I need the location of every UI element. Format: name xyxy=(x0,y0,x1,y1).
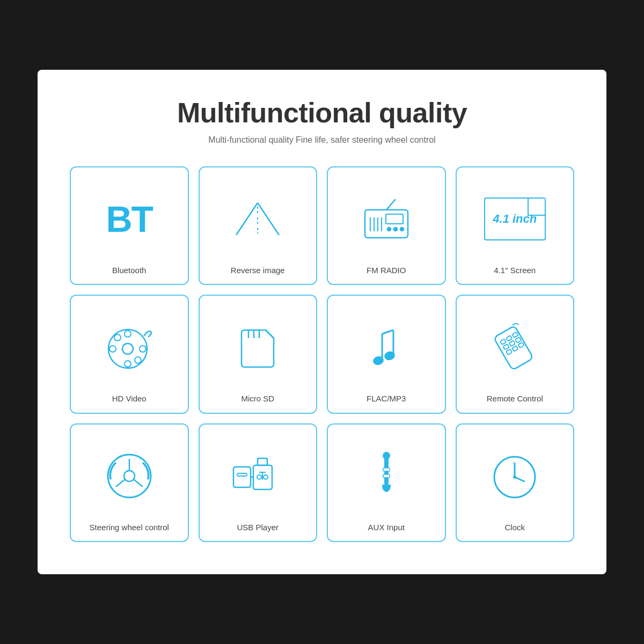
flac-mp3-icon xyxy=(333,306,440,388)
svg-point-21 xyxy=(114,334,121,341)
clock-label: Clock xyxy=(504,522,525,533)
feature-card-remote: Remote Control xyxy=(456,295,575,414)
svg-rect-50 xyxy=(383,468,390,471)
svg-rect-32 xyxy=(513,332,518,338)
svg-point-19 xyxy=(109,346,116,352)
svg-point-14 xyxy=(400,228,404,231)
feature-card-aux: AUX Input xyxy=(327,423,446,543)
svg-rect-37 xyxy=(512,346,518,352)
fm-radio-label: FM RADIO xyxy=(367,265,406,276)
micro-sd-icon xyxy=(205,306,311,388)
remote-control-label: Remote Control xyxy=(487,393,543,404)
feature-card-usb: USB Player xyxy=(199,423,318,543)
svg-rect-38 xyxy=(518,342,524,348)
svg-point-18 xyxy=(125,361,131,367)
fm-radio-icon xyxy=(333,178,440,260)
svg-line-1 xyxy=(258,203,279,235)
svg-rect-29 xyxy=(494,326,533,370)
bluetooth-label: Bluetooth xyxy=(112,265,146,276)
feature-card-clock: Clock xyxy=(456,423,575,543)
svg-point-44 xyxy=(264,475,268,479)
aux-input-label: AUX Input xyxy=(368,522,405,533)
reverse-image-label: Reverse image xyxy=(231,265,285,276)
usb-player-label: USB Player xyxy=(237,522,279,533)
svg-line-23 xyxy=(266,330,274,338)
screen-icon: 4.1 inch xyxy=(462,178,568,260)
hd-video-label: HD Video xyxy=(112,393,147,404)
features-grid: BT Bluetooth Reverse image xyxy=(70,166,574,543)
svg-rect-35 xyxy=(515,337,521,343)
bluetooth-icon: BT xyxy=(76,178,182,260)
svg-rect-33 xyxy=(503,344,509,350)
feature-card-screen: 4.1 inch 4.1″ Screen xyxy=(456,166,575,286)
header: Multifunctional quality Multi-functional… xyxy=(70,97,574,145)
svg-rect-31 xyxy=(506,335,512,341)
svg-point-15 xyxy=(108,330,147,368)
screen-text: 4.1 inch xyxy=(493,212,537,226)
feature-card-hd-video: HD Video xyxy=(70,295,189,414)
flac-mp3-label: FLAC/MP3 xyxy=(367,393,406,404)
svg-point-16 xyxy=(122,343,133,354)
svg-rect-45 xyxy=(233,467,251,487)
svg-line-5 xyxy=(386,199,396,210)
steering-wheel-icon xyxy=(76,435,182,517)
svg-point-40 xyxy=(124,471,135,481)
micro-sd-label: Micro SD xyxy=(241,393,274,404)
steering-wheel-label: Steering wheel control xyxy=(90,522,169,533)
svg-point-56 xyxy=(513,475,516,479)
feature-card-steering: Steering wheel control xyxy=(70,423,189,543)
feature-card-micro-sd: Micro SD xyxy=(199,295,318,414)
svg-rect-42 xyxy=(258,458,267,465)
usb-player-icon xyxy=(205,435,311,517)
clock-icon xyxy=(462,435,568,517)
main-title: Multifunctional quality xyxy=(70,97,574,129)
svg-line-0 xyxy=(236,203,258,235)
svg-rect-11 xyxy=(386,214,403,224)
svg-rect-51 xyxy=(383,474,390,478)
svg-point-20 xyxy=(140,346,146,352)
svg-point-17 xyxy=(125,331,131,337)
reverse-image-icon xyxy=(205,178,311,260)
svg-rect-46 xyxy=(237,473,247,476)
svg-rect-36 xyxy=(506,349,512,355)
svg-point-22 xyxy=(135,357,141,363)
svg-point-43 xyxy=(257,475,261,479)
feature-card-fm-radio: FM RADIO xyxy=(327,166,446,286)
svg-point-13 xyxy=(394,228,397,231)
aux-input-icon xyxy=(333,435,440,517)
feature-card-flac-mp3: FLAC/MP3 xyxy=(327,295,446,414)
hd-video-icon xyxy=(76,306,182,388)
svg-rect-30 xyxy=(500,339,506,345)
screen-label: 4.1″ Screen xyxy=(494,265,536,276)
svg-point-12 xyxy=(387,228,391,231)
feature-card-bluetooth: BT Bluetooth xyxy=(70,166,189,286)
subtitle: Multi-functional quality Fine life, safe… xyxy=(70,135,574,145)
svg-rect-34 xyxy=(509,341,515,347)
remote-control-icon xyxy=(462,306,568,388)
feature-card-reverse-image: Reverse image xyxy=(199,166,318,286)
page-wrapper: Multifunctional quality Multi-functional… xyxy=(38,70,606,575)
